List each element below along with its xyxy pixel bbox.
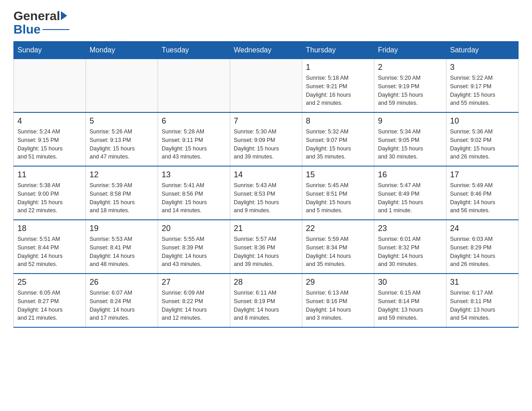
- weekday-header-tuesday: Tuesday: [158, 42, 230, 59]
- day-number: 5: [90, 116, 154, 126]
- day-number: 14: [234, 170, 298, 180]
- calendar-cell: 9Sunrise: 5:34 AM Sunset: 9:05 PM Daylig…: [374, 112, 446, 166]
- calendar-cell: 6Sunrise: 5:28 AM Sunset: 9:11 PM Daylig…: [158, 112, 230, 166]
- day-number: 13: [162, 170, 226, 180]
- day-number: 30: [378, 278, 442, 287]
- day-number: 10: [450, 116, 515, 126]
- calendar-cell: [230, 59, 302, 113]
- day-info: Sunrise: 6:05 AM Sunset: 8:27 PM Dayligh…: [17, 289, 82, 322]
- calendar-cell: 23Sunrise: 6:01 AM Sunset: 8:32 PM Dayli…: [374, 220, 446, 274]
- weekday-header-thursday: Thursday: [302, 42, 374, 59]
- week-row-3: 11Sunrise: 5:38 AM Sunset: 9:00 PM Dayli…: [14, 166, 519, 220]
- day-number: 1: [306, 63, 370, 72]
- day-info: Sunrise: 5:43 AM Sunset: 8:53 PM Dayligh…: [234, 181, 298, 215]
- calendar-cell: 3Sunrise: 5:22 AM Sunset: 9:17 PM Daylig…: [446, 59, 519, 113]
- calendar-cell: 8Sunrise: 5:32 AM Sunset: 9:07 PM Daylig…: [302, 112, 374, 166]
- day-info: Sunrise: 5:22 AM Sunset: 9:17 PM Dayligh…: [450, 74, 515, 107]
- logo-arrow-icon: [61, 11, 67, 20]
- calendar-cell: 20Sunrise: 5:55 AM Sunset: 8:39 PM Dayli…: [158, 220, 230, 274]
- calendar-cell: [158, 59, 230, 113]
- day-info: Sunrise: 5:55 AM Sunset: 8:39 PM Dayligh…: [162, 235, 226, 269]
- calendar-cell: 29Sunrise: 6:13 AM Sunset: 8:16 PM Dayli…: [302, 274, 374, 327]
- day-info: Sunrise: 5:34 AM Sunset: 9:05 PM Dayligh…: [378, 128, 442, 161]
- day-info: Sunrise: 5:39 AM Sunset: 8:58 PM Dayligh…: [90, 181, 154, 215]
- day-number: 28: [234, 278, 298, 287]
- week-row-2: 4Sunrise: 5:24 AM Sunset: 9:15 PM Daylig…: [14, 112, 519, 166]
- calendar-cell: [86, 59, 158, 113]
- calendar-table: SundayMondayTuesdayWednesdayThursdayFrid…: [13, 41, 519, 328]
- calendar-cell: 14Sunrise: 5:43 AM Sunset: 8:53 PM Dayli…: [230, 166, 302, 220]
- day-number: 19: [90, 224, 154, 233]
- day-info: Sunrise: 5:51 AM Sunset: 8:44 PM Dayligh…: [17, 235, 82, 269]
- day-number: 18: [17, 224, 82, 233]
- calendar-cell: 26Sunrise: 6:07 AM Sunset: 8:24 PM Dayli…: [86, 274, 158, 327]
- calendar-cell: 12Sunrise: 5:39 AM Sunset: 8:58 PM Dayli…: [86, 166, 158, 220]
- day-number: 23: [378, 224, 442, 233]
- day-info: Sunrise: 6:13 AM Sunset: 8:16 PM Dayligh…: [306, 289, 370, 322]
- weekday-header-wednesday: Wednesday: [230, 42, 302, 59]
- day-number: 4: [17, 116, 82, 126]
- calendar-cell: 5Sunrise: 5:26 AM Sunset: 9:13 PM Daylig…: [86, 112, 158, 166]
- day-info: Sunrise: 5:41 AM Sunset: 8:56 PM Dayligh…: [162, 181, 226, 215]
- day-number: 20: [162, 224, 226, 233]
- calendar-cell: 17Sunrise: 5:49 AM Sunset: 8:46 PM Dayli…: [446, 166, 519, 220]
- weekday-header-friday: Friday: [374, 42, 446, 59]
- day-info: Sunrise: 5:36 AM Sunset: 9:02 PM Dayligh…: [450, 128, 515, 161]
- calendar-cell: 1Sunrise: 5:18 AM Sunset: 9:21 PM Daylig…: [302, 59, 374, 113]
- day-info: Sunrise: 6:09 AM Sunset: 8:22 PM Dayligh…: [162, 289, 226, 322]
- day-number: 21: [234, 224, 298, 233]
- calendar-cell: 10Sunrise: 5:36 AM Sunset: 9:02 PM Dayli…: [446, 112, 519, 166]
- calendar-cell: 4Sunrise: 5:24 AM Sunset: 9:15 PM Daylig…: [14, 112, 86, 166]
- day-number: 16: [378, 170, 442, 180]
- week-row-5: 25Sunrise: 6:05 AM Sunset: 8:27 PM Dayli…: [14, 274, 519, 327]
- weekday-header-monday: Monday: [86, 42, 158, 59]
- day-number: 6: [162, 116, 226, 126]
- day-info: Sunrise: 5:18 AM Sunset: 9:21 PM Dayligh…: [306, 74, 370, 107]
- day-number: 25: [17, 278, 82, 287]
- day-info: Sunrise: 5:28 AM Sunset: 9:11 PM Dayligh…: [162, 128, 226, 161]
- calendar-cell: 11Sunrise: 5:38 AM Sunset: 9:00 PM Dayli…: [14, 166, 86, 220]
- week-row-1: 1Sunrise: 5:18 AM Sunset: 9:21 PM Daylig…: [14, 59, 519, 113]
- day-number: 9: [378, 116, 442, 126]
- day-number: 8: [306, 116, 370, 126]
- day-number: 17: [450, 170, 515, 180]
- calendar-cell: 22Sunrise: 5:59 AM Sunset: 8:34 PM Dayli…: [302, 220, 374, 274]
- calendar-cell: 15Sunrise: 5:45 AM Sunset: 8:51 PM Dayli…: [302, 166, 374, 220]
- day-number: 2: [378, 63, 442, 72]
- day-number: 15: [306, 170, 370, 180]
- calendar-cell: [14, 59, 86, 113]
- logo-wordmark: General: [13, 9, 67, 23]
- day-number: 11: [17, 170, 82, 180]
- calendar-cell: 27Sunrise: 6:09 AM Sunset: 8:22 PM Dayli…: [158, 274, 230, 327]
- weekday-header-sunday: Sunday: [14, 42, 86, 59]
- day-info: Sunrise: 5:59 AM Sunset: 8:34 PM Dayligh…: [306, 235, 370, 269]
- calendar-cell: 18Sunrise: 5:51 AM Sunset: 8:44 PM Dayli…: [14, 220, 86, 274]
- calendar-cell: 16Sunrise: 5:47 AM Sunset: 8:49 PM Dayli…: [374, 166, 446, 220]
- day-info: Sunrise: 5:47 AM Sunset: 8:49 PM Dayligh…: [378, 181, 442, 215]
- calendar-cell: 31Sunrise: 6:17 AM Sunset: 8:11 PM Dayli…: [446, 274, 519, 327]
- calendar-cell: 19Sunrise: 5:53 AM Sunset: 8:41 PM Dayli…: [86, 220, 158, 274]
- calendar-cell: 25Sunrise: 6:05 AM Sunset: 8:27 PM Dayli…: [14, 274, 86, 327]
- logo-blue: Blue: [13, 22, 41, 37]
- day-info: Sunrise: 5:45 AM Sunset: 8:51 PM Dayligh…: [306, 181, 370, 215]
- calendar-cell: 30Sunrise: 6:15 AM Sunset: 8:14 PM Dayli…: [374, 274, 446, 327]
- weekday-header-saturday: Saturday: [446, 42, 519, 59]
- day-info: Sunrise: 5:38 AM Sunset: 9:00 PM Dayligh…: [17, 181, 82, 215]
- day-info: Sunrise: 6:17 AM Sunset: 8:11 PM Dayligh…: [450, 289, 515, 322]
- day-info: Sunrise: 6:01 AM Sunset: 8:32 PM Dayligh…: [378, 235, 442, 269]
- day-number: 7: [234, 116, 298, 126]
- calendar-cell: 7Sunrise: 5:30 AM Sunset: 9:09 PM Daylig…: [230, 112, 302, 166]
- day-number: 31: [450, 278, 515, 287]
- day-number: 12: [90, 170, 154, 180]
- calendar-cell: 28Sunrise: 6:11 AM Sunset: 8:19 PM Dayli…: [230, 274, 302, 327]
- day-info: Sunrise: 5:30 AM Sunset: 9:09 PM Dayligh…: [234, 128, 298, 161]
- day-number: 29: [306, 278, 370, 287]
- day-info: Sunrise: 5:24 AM Sunset: 9:15 PM Dayligh…: [17, 128, 82, 161]
- logo-general: General: [13, 9, 60, 23]
- logo-line: [43, 29, 69, 30]
- day-number: 24: [450, 224, 515, 233]
- week-row-4: 18Sunrise: 5:51 AM Sunset: 8:44 PM Dayli…: [14, 220, 519, 274]
- weekday-header-row: SundayMondayTuesdayWednesdayThursdayFrid…: [14, 42, 519, 59]
- logo: General Blue: [13, 9, 69, 37]
- day-info: Sunrise: 5:49 AM Sunset: 8:46 PM Dayligh…: [450, 181, 515, 215]
